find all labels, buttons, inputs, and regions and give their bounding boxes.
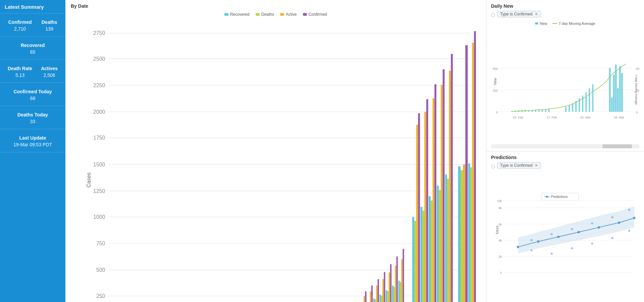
sidebar-title: Latest Summary: [0, 0, 65, 13]
svg-text:6k: 6k: [499, 222, 502, 226]
svg-text:250: 250: [96, 293, 105, 299]
svg-point-180: [611, 216, 613, 218]
main-chart-area: Cases 0 250 500 750 1000: [65, 19, 486, 302]
daily-new-filter-badge[interactable]: Type is Confirmed ✕: [497, 11, 541, 17]
svg-rect-69: [375, 299, 376, 302]
svg-rect-82: [395, 266, 396, 302]
deaths-today-label: Deaths Today: [17, 112, 48, 117]
svg-rect-103: [443, 69, 445, 302]
svg-rect-112: [468, 163, 470, 302]
recovered-section: Recovered 65: [0, 37, 65, 60]
confirmed-label: Confirmed: [8, 19, 32, 25]
svg-point-189: [537, 240, 539, 243]
last-update-label: Last Update: [19, 135, 46, 141]
svg-point-186: [611, 237, 613, 239]
svg-text:750: 750: [96, 241, 105, 246]
daily-new-chart: New 7-day Moving Average 0 250 500 0 250…: [491, 27, 639, 143]
svg-rect-152: [609, 68, 611, 112]
svg-rect-104: [445, 174, 447, 302]
daily-new-svg: New 7-day Moving Average 0 250 500 0 250…: [491, 27, 639, 143]
svg-rect-81: [393, 287, 395, 302]
svg-text:16. Mar: 16. Mar: [614, 116, 624, 119]
svg-rect-75: [384, 272, 385, 302]
last-update-value: 19-Mar 09:53 PDT: [13, 142, 52, 147]
daily-new-filter-label: Type is Confirmed: [500, 12, 533, 16]
legend-new-label: New: [540, 21, 547, 26]
deaths-today-stat: Deaths Today 33: [3, 112, 62, 124]
svg-rect-99: [434, 84, 436, 302]
legend-new: New: [535, 21, 547, 26]
recovered-stat: Recovered 65: [3, 43, 62, 55]
svg-text:500: 500: [493, 67, 498, 70]
svg-rect-92: [421, 207, 423, 302]
svg-text:2k: 2k: [499, 255, 502, 258]
confirmed-today-label: Confirmed Today: [13, 89, 52, 94]
svg-point-190: [557, 236, 559, 238]
svg-text:500: 500: [636, 67, 639, 70]
legend-deaths: Deaths: [256, 12, 274, 17]
svg-rect-100: [437, 186, 439, 302]
daily-new-filter-close[interactable]: ✕: [535, 12, 538, 16]
actives-stat: Actives 2,506: [41, 66, 58, 78]
svg-rect-115: [474, 31, 476, 302]
daily-new-scrollbar[interactable]: [491, 144, 639, 148]
svg-text:1250: 1250: [93, 188, 105, 194]
svg-point-161: [546, 196, 548, 198]
svg-rect-88: [412, 217, 414, 302]
svg-text:02. Mar: 02. Mar: [580, 116, 591, 119]
confirmed-today-value: 68: [30, 96, 36, 101]
svg-text:250: 250: [493, 89, 498, 92]
deaths-stat: Deaths 139: [42, 19, 57, 32]
last-update-section: Last Update 19-Mar 09:53 PDT: [0, 129, 65, 152]
deaths-today-section: Deaths Today 33: [0, 106, 65, 129]
svg-rect-143: [565, 107, 567, 112]
svg-rect-107: [451, 54, 453, 302]
svg-rect-150: [589, 88, 590, 112]
moving-avg-color: [552, 23, 557, 24]
svg-point-176: [531, 239, 533, 241]
svg-rect-87: [402, 249, 404, 302]
svg-rect-113: [470, 167, 472, 302]
predictions-filter-close[interactable]: ✕: [535, 163, 538, 168]
confirmed-today-stat: Confirmed Today 68: [3, 89, 62, 101]
legend-recovered-label: Recovered: [230, 12, 250, 17]
predictions-filter-row: ⬡ Type is Confirmed ✕: [491, 162, 639, 171]
predictions-section: Predictions ⬡ Type is Confirmed ✕ Predic…: [486, 151, 644, 302]
new-color: [535, 22, 538, 24]
svg-rect-157: [619, 66, 621, 112]
legend-moving-avg: 7-day Moving Average: [552, 21, 595, 26]
svg-rect-84: [398, 281, 399, 302]
deaths-label: Deaths: [42, 19, 57, 25]
daily-new-section: Daily New ⬡ Type is Confirmed ✕ New 7-da…: [486, 0, 644, 151]
svg-rect-158: [621, 73, 623, 112]
death-rate-actives-section: Death Rate 5.13 Actives 2,506: [0, 60, 65, 83]
svg-text:1750: 1750: [93, 135, 105, 141]
daily-new-title: Daily New: [491, 3, 639, 9]
confirmed-color: [303, 13, 307, 16]
predictions-filter-badge[interactable]: Type is Confirmed ✕: [497, 162, 541, 169]
svg-rect-109: [461, 170, 463, 302]
deaths-value: 139: [45, 26, 53, 32]
svg-rect-90: [416, 125, 418, 302]
svg-rect-149: [585, 92, 587, 112]
svg-text:2500: 2500: [93, 56, 105, 62]
legend-confirmed: Confirmed: [303, 12, 327, 17]
daily-new-legend: New 7-day Moving Average: [491, 21, 639, 27]
right-panel: Daily New ⬡ Type is Confirmed ✕ New 7-da…: [486, 0, 644, 302]
svg-text:03. Feb: 03. Feb: [513, 116, 523, 119]
svg-rect-106: [449, 71, 451, 302]
svg-rect-142: [548, 109, 550, 112]
predictions-chart: Predictions future 0 2k 4k 6k 8k 10k: [491, 172, 639, 300]
svg-point-191: [578, 231, 580, 233]
main-chart-panel: By Date Recovered Deaths Active Confirme…: [65, 0, 486, 302]
svg-rect-83: [396, 256, 398, 302]
svg-text:future: future: [495, 225, 499, 234]
svg-rect-97: [431, 201, 433, 302]
svg-rect-79: [390, 264, 391, 302]
svg-text:2000: 2000: [93, 109, 105, 115]
svg-text:New: New: [493, 78, 497, 85]
svg-rect-156: [617, 88, 619, 112]
svg-text:0: 0: [636, 111, 638, 114]
actives-label: Actives: [41, 66, 58, 71]
y-axis-label: Cases: [86, 172, 92, 188]
